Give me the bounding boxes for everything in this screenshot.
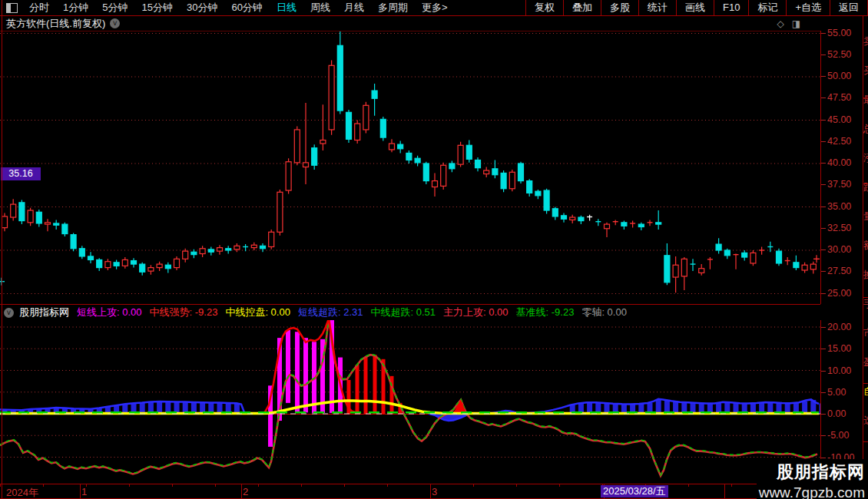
toolbar-button-F10[interactable]: F10 <box>714 0 749 15</box>
axis-tick <box>821 349 826 349</box>
axis-tick <box>821 120 826 121</box>
price-axis-label: 37.50 <box>827 179 863 190</box>
candle-body <box>2 216 8 228</box>
month-label: 2 <box>243 486 248 497</box>
candle-body <box>777 251 782 263</box>
sidebar-strip-char: 盈 <box>863 355 868 369</box>
axis-tick <box>821 207 826 207</box>
magenta-bar <box>286 330 290 403</box>
month-tick-line <box>80 484 81 498</box>
candle-body <box>535 191 541 196</box>
period-tab-更多>[interactable]: 更多> <box>415 0 455 15</box>
legend-item: 零轴: 0.00 <box>581 306 627 318</box>
sidebar-strip-sep <box>863 297 868 298</box>
candle-body <box>380 119 386 137</box>
price-axis-label: 27.50 <box>827 266 863 276</box>
month-label: 1 <box>81 486 87 497</box>
chevron-down-icon[interactable]: ˅ <box>110 18 120 28</box>
candle-body <box>681 259 687 276</box>
period-tab-30分钟[interactable]: 30分钟 <box>180 0 224 15</box>
sidebar-strip-sep <box>863 97 868 98</box>
candle-body <box>346 112 352 139</box>
baseline-red <box>0 320 817 476</box>
axis-tick <box>821 327 826 328</box>
toolbar-button-画线[interactable]: 画线 <box>677 0 714 15</box>
toolbar-button-叠加[interactable]: 叠加 <box>564 0 601 15</box>
price-axis-label: 52.50 <box>827 49 863 60</box>
diamond-icon[interactable]: ◇ <box>777 18 784 29</box>
period-tab-月线[interactable]: 月线 <box>337 0 371 15</box>
candle-body <box>269 232 274 246</box>
candle-body <box>165 265 171 269</box>
candle-body <box>320 140 326 144</box>
period-tab-多周期[interactable]: 多周期 <box>371 0 415 15</box>
magenta-bar <box>303 338 308 412</box>
toolbar-button-复权[interactable]: 复权 <box>526 0 564 15</box>
candle-body <box>423 164 429 181</box>
sidebar-strip-sep <box>863 441 868 442</box>
candlestick-chart[interactable] <box>0 31 820 305</box>
toolbar-button-统计[interactable]: 统计 <box>639 0 677 15</box>
year-label: 2024年 <box>6 486 38 499</box>
collapse-icon[interactable]: ˅ <box>4 308 14 318</box>
indicator-legend: 短线上攻: 0.00中线强势: -9.23中线控盘: 0.00短线超跌: 2.3… <box>77 306 634 319</box>
candle-body <box>724 250 730 256</box>
candle-body <box>742 253 747 257</box>
indicator-brand: 股朋指标网 <box>19 306 69 319</box>
candle-body <box>389 144 395 150</box>
sidebar-strip-char: 市 <box>863 326 868 340</box>
candle-body <box>415 158 420 163</box>
date-axis: 2024年1232025/03/28/五 <box>0 484 820 499</box>
axis-tick <box>821 293 826 294</box>
sidebar-strip-char: 买 <box>863 64 868 78</box>
price-axis-label: 45.00 <box>827 114 863 125</box>
toolbar-button-标记[interactable]: 标记 <box>749 0 787 15</box>
period-tab-1分钟[interactable]: 1分钟 <box>56 0 95 15</box>
candle-body <box>355 124 360 140</box>
axis-tick <box>821 228 826 229</box>
candle-body <box>251 245 257 247</box>
candle-body <box>294 130 300 163</box>
candle-body <box>432 181 438 187</box>
candle-body <box>191 252 197 254</box>
candle-body <box>750 253 756 263</box>
period-tab-5分钟[interactable]: 5分钟 <box>95 0 134 15</box>
toolbar-button-返回[interactable]: 返回 <box>830 0 868 15</box>
period-tab-日线[interactable]: 日线 <box>270 0 303 15</box>
period-tab-分时[interactable]: 分时 <box>22 0 56 15</box>
period-tabs: 分时1分钟5分钟15分钟30分钟60分钟日线周线月线多周期更多> <box>22 0 525 15</box>
axis-tick <box>821 435 826 436</box>
candle-body <box>518 164 524 181</box>
indicator-axis-label: 15.00 <box>827 343 863 354</box>
candle-body <box>260 246 266 248</box>
axis-tick <box>821 184 826 185</box>
red-bar <box>364 357 368 414</box>
candle-body <box>277 192 283 232</box>
layout-icon[interactable] <box>6 3 18 13</box>
panel-icon[interactable]: ◨ <box>792 18 800 29</box>
toolbar-button-+自选[interactable]: +自选 <box>787 0 830 15</box>
toolbar-button-多股[interactable]: 多股 <box>601 0 639 15</box>
candle-body <box>501 173 506 188</box>
period-tab-15分钟[interactable]: 15分钟 <box>134 0 179 15</box>
period-tab-周线[interactable]: 周线 <box>303 0 337 15</box>
current-date-badge: 2025/03/28/五 <box>601 485 668 497</box>
blue-bar <box>656 399 661 414</box>
candle-body <box>131 261 137 265</box>
sidebar-strip-char: 总 <box>863 122 868 136</box>
axis-tick <box>821 163 826 164</box>
trading-app-window: 分时1分钟5分钟15分钟30分钟60分钟日线周线月线多周期更多> 复权叠加多股统… <box>0 0 868 499</box>
stock-title: 英方软件(日线.前复权) <box>6 17 105 31</box>
candle-body <box>449 164 455 169</box>
price-badge: 35.16 <box>1 167 41 180</box>
candle-body <box>802 265 807 270</box>
period-tab-60分钟[interactable]: 60分钟 <box>224 0 269 15</box>
candle-body <box>337 45 343 111</box>
action-buttons: 复权叠加多股统计画线F10标记+自选返回 <box>525 0 868 15</box>
axis-tick <box>821 141 826 142</box>
indicator-panel[interactable] <box>0 320 820 484</box>
window-left-border <box>2 0 2 499</box>
candle-body <box>62 224 68 233</box>
month-label: 3 <box>432 486 437 497</box>
candle-body <box>458 145 463 164</box>
